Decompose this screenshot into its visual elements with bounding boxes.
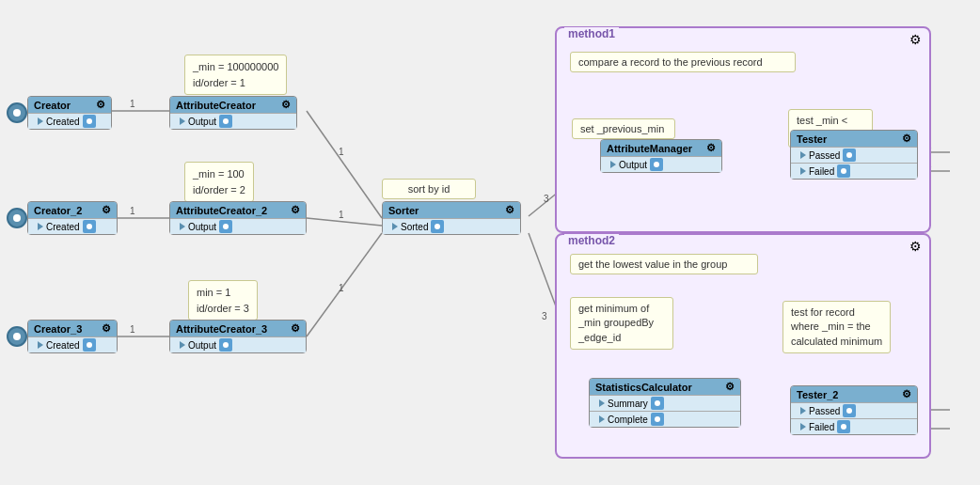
creator3-gear-icon[interactable]: ⚙ <box>102 322 111 335</box>
stats-calc-header[interactable]: StatisticsCalculator ⚙ <box>590 379 740 395</box>
sorter-port: Sorted <box>383 218 520 234</box>
svg-point-36 <box>841 168 846 174</box>
tester1-node: Tester ⚙ Passed Failed <box>790 130 918 180</box>
svg-line-10 <box>307 233 382 336</box>
annotation-min2: _min = 100 id/order = 2 <box>184 162 254 202</box>
svg-point-40 <box>841 424 846 430</box>
creator1-circle <box>7 102 27 123</box>
attr-creator1-header[interactable]: AttributeCreator ⚙ <box>170 97 296 113</box>
sorter-header[interactable]: Sorter ⚙ <box>383 202 520 218</box>
stats-calc-complete-port: Complete <box>590 411 740 427</box>
creator2-port: Created <box>28 218 117 234</box>
attr-manager-header[interactable]: AttributeManager ⚙ <box>601 140 721 156</box>
tester2-failed-port: Failed <box>791 418 917 434</box>
annotation-lowest: get the lowest value in the group <box>570 254 758 274</box>
tester2-header[interactable]: Tester_2 ⚙ <box>791 386 917 402</box>
creator2-gear-icon[interactable]: ⚙ <box>102 204 111 216</box>
svg-text:1: 1 <box>130 206 135 216</box>
stats-calc-summary-triangle <box>599 399 605 407</box>
stats-calc-complete-triangle <box>599 415 605 423</box>
annotation-get-min: get minimum of _min groupedBy _edge_id <box>570 297 673 350</box>
tester1-passed-triangle <box>800 151 806 159</box>
creator1-port-icon[interactable] <box>83 115 96 128</box>
tester1-gear-icon[interactable]: ⚙ <box>902 133 911 145</box>
stats-calc-summary-icon[interactable] <box>651 397 664 410</box>
attr-creator2-port-triangle <box>180 223 185 230</box>
tester2-passed-icon[interactable] <box>843 404 856 417</box>
annotation-compare: compare a record to the previous record <box>570 52 796 72</box>
attr-creator1-port-icon[interactable] <box>219 115 232 128</box>
sorter-port-icon[interactable] <box>431 220 444 233</box>
creator2-node: Creator_2 ⚙ Created <box>17 201 107 235</box>
svg-point-32 <box>223 342 229 348</box>
stats-calc-summary-port: Summary <box>590 395 740 411</box>
creator1-gear-icon[interactable]: ⚙ <box>96 99 105 111</box>
annotation-set-prev: set _previous_min <box>572 118 675 139</box>
creator2-port-icon[interactable] <box>83 220 96 233</box>
creator2-header[interactable]: Creator_2 ⚙ <box>28 202 117 218</box>
attr-creator3-node: AttributeCreator_3 ⚙ Output <box>169 320 307 353</box>
attr-creator2-gear-icon[interactable]: ⚙ <box>291 204 300 216</box>
attr-creator2-node: AttributeCreator_2 ⚙ Output <box>169 201 307 235</box>
creator1-port: Created <box>28 113 111 129</box>
svg-text:1: 1 <box>130 99 135 109</box>
creator3-header[interactable]: Creator_3 ⚙ <box>28 321 117 336</box>
svg-point-28 <box>87 224 92 229</box>
attr-creator3-port-triangle <box>180 341 185 349</box>
svg-point-39 <box>846 408 852 414</box>
creator1-port-triangle <box>38 117 43 125</box>
tester1-failed-icon[interactable] <box>837 164 850 178</box>
creator1-node: Creator ⚙ Created <box>17 96 102 130</box>
svg-point-29 <box>87 342 92 348</box>
attr-creator3-gear-icon[interactable]: ⚙ <box>291 322 300 335</box>
stats-calc-complete-icon[interactable] <box>651 413 664 426</box>
creator3-node: Creator_3 ⚙ Created <box>17 320 107 353</box>
stats-calc-gear-icon[interactable]: ⚙ <box>725 381 735 393</box>
tester1-header[interactable]: Tester ⚙ <box>791 131 917 147</box>
creator3-circle <box>7 326 27 347</box>
attr-manager-gear-icon[interactable]: ⚙ <box>706 142 716 154</box>
creator1-header[interactable]: Creator ⚙ <box>28 97 111 113</box>
svg-text:3: 3 <box>542 311 547 321</box>
sorter-gear-icon[interactable]: ⚙ <box>505 204 514 216</box>
svg-point-30 <box>223 118 229 124</box>
tester1-passed-icon[interactable] <box>843 149 856 162</box>
attr-creator2-header[interactable]: AttributeCreator_2 ⚙ <box>170 202 306 218</box>
svg-line-8 <box>307 218 382 226</box>
tester2-gear-icon[interactable]: ⚙ <box>902 388 911 400</box>
attr-creator2-port-icon[interactable] <box>219 220 232 233</box>
creator2-port-triangle <box>38 223 43 230</box>
svg-text:1: 1 <box>339 210 344 220</box>
svg-point-33 <box>435 224 440 229</box>
tester2-node: Tester_2 ⚙ Passed Failed <box>790 385 918 435</box>
annotation-min1: _min = 100000000 id/order = 1 <box>184 55 287 95</box>
attr-creator1-port-triangle <box>180 117 185 125</box>
annotation-min3: min = 1 id/order = 3 <box>188 280 258 321</box>
attr-creator1-port: Output <box>170 113 296 129</box>
tester2-failed-icon[interactable] <box>837 420 850 433</box>
svg-point-37 <box>655 400 660 406</box>
tester2-failed-triangle <box>800 423 806 430</box>
method2-gear-icon[interactable]: ⚙ <box>909 239 922 254</box>
svg-point-38 <box>655 416 660 422</box>
sorter-node: Sorter ⚙ Sorted <box>382 201 521 235</box>
attr-creator1-node: AttributeCreator ⚙ Output <box>169 96 297 130</box>
attr-creator3-port-icon[interactable] <box>219 338 232 352</box>
creator3-port-triangle <box>38 341 43 349</box>
svg-text:1: 1 <box>339 147 344 157</box>
attr-creator2-port: Output <box>170 218 306 234</box>
method2-label: method2 <box>564 234 619 247</box>
sorter-port-triangle <box>392 223 398 230</box>
svg-text:1: 1 <box>339 283 344 293</box>
creator3-port-icon[interactable] <box>83 338 96 352</box>
creator2-circle <box>7 208 27 228</box>
tester1-failed-triangle <box>800 167 806 175</box>
annotation-test-record: test for record where _min = the calcula… <box>782 301 891 353</box>
svg-line-6 <box>307 111 382 218</box>
attr-creator1-gear-icon[interactable]: ⚙ <box>281 99 291 111</box>
method1-gear-icon[interactable]: ⚙ <box>909 32 922 47</box>
svg-point-34 <box>654 162 659 167</box>
attr-creator3-header[interactable]: AttributeCreator_3 ⚙ <box>170 321 306 336</box>
tester1-failed-port: Failed <box>791 163 917 179</box>
attr-manager-port-icon[interactable] <box>650 158 663 171</box>
